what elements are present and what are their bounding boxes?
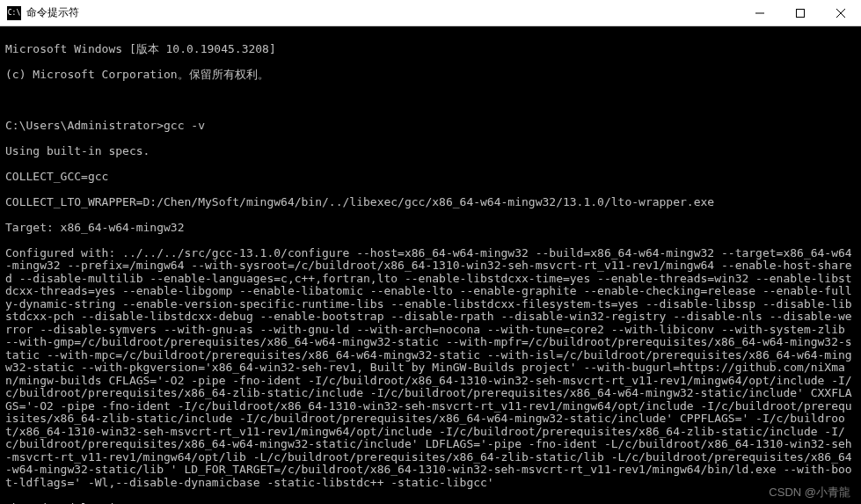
svg-rect-1 [797, 9, 805, 17]
output-line: Target: x86_64-w64-mingw32 [5, 222, 856, 235]
maximize-button[interactable] [780, 0, 821, 26]
terminal-area[interactable]: Microsoft Windows [版本 10.0.19045.3208] (… [0, 26, 861, 504]
window-title: 命令提示符 [26, 5, 740, 20]
minimize-button[interactable] [740, 0, 780, 26]
output-configured: Configured with: ../../../src/gcc-13.1.0… [5, 247, 856, 490]
window-controls [740, 0, 861, 26]
entered-command: gcc -v [164, 119, 205, 132]
cmd-icon: C:\ [7, 6, 21, 20]
output-line: Using built-in specs. [5, 145, 856, 158]
prompt-command-line: C:\Users\Administrator>gcc -v [5, 120, 856, 133]
os-banner-line: Microsoft Windows [版本 10.0.19045.3208] [5, 43, 856, 56]
window-titlebar: C:\ 命令提示符 [0, 0, 861, 26]
close-button[interactable] [821, 0, 861, 26]
prompt-path: C:\Users\Administrator> [5, 119, 164, 132]
output-line: COLLECT_GCC=gcc [5, 171, 856, 184]
copyright-line: (c) Microsoft Corporation。保留所有权利。 [5, 69, 856, 82]
blank-line [5, 94, 856, 107]
output-line: COLLECT_LTO_WRAPPER=D:/Chen/MySoft/mingw… [5, 196, 856, 209]
